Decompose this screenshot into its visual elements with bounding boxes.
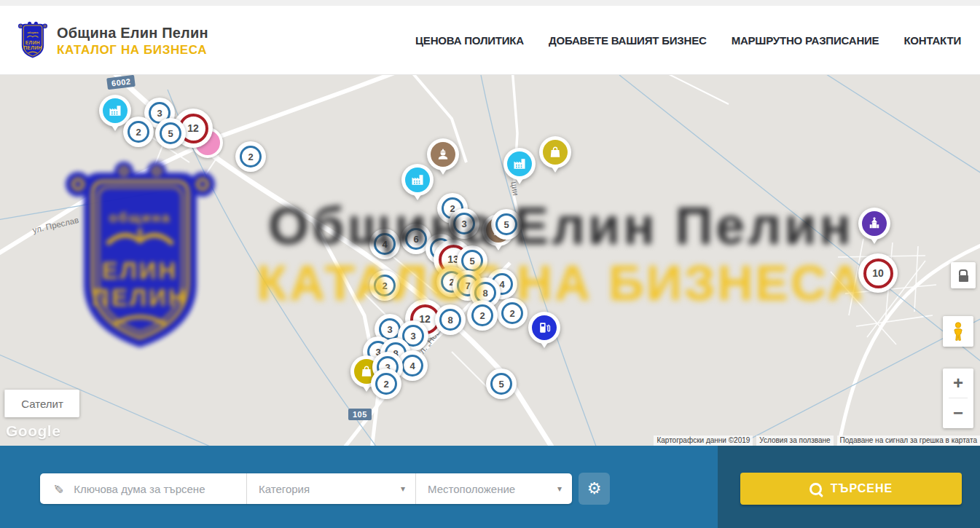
pencil-icon: ✎: [51, 484, 66, 494]
svg-text:община: община: [27, 31, 39, 34]
main-nav: ЦЕНОВА ПОЛИТИКА ДОБАВЕТЕ ВАШИЯТ БИЗНЕС М…: [415, 6, 961, 75]
location-select[interactable]: Местоположение ▾: [415, 473, 572, 504]
attribution-report-error-link[interactable]: Подаване на сигнал за грешка в картата: [837, 436, 980, 446]
site-title-block: Община Елин Пелин КАТАЛОГ НА БИЗНЕСА: [57, 25, 208, 58]
category-select[interactable]: Категория ▾: [246, 473, 415, 504]
search-bar: ✎ Категория ▾ Местоположение ▾ ⚙ ТЪРСЕНЕ: [0, 446, 980, 528]
map-type-control: Карта Сателит: [4, 390, 79, 417]
site-subtitle: КАТАЛОГ НА БИЗНЕСА: [57, 43, 208, 58]
map-cluster-marker[interactable]: 2: [467, 300, 498, 331]
zoom-in-button[interactable]: +: [943, 369, 973, 398]
map-cluster-marker[interactable]: 2: [497, 298, 528, 328]
svg-text:ЕЛИН: ЕЛИН: [26, 40, 40, 45]
street-view-pegman-button[interactable]: [943, 316, 973, 347]
nav-pricing-policy[interactable]: ЦЕНОВА ПОЛИТИКА: [415, 34, 524, 47]
fullscreen-lock-button[interactable]: [951, 262, 976, 288]
map-cluster-marker[interactable]: 8: [435, 304, 466, 335]
search-fields: ✎ Категория ▾ Местоположение ▾: [40, 473, 572, 504]
site-logo[interactable]: община ЕЛИН ПЕЛИН Община Елин Пелин КАТА…: [17, 20, 208, 61]
google-logo[interactable]: Google: [6, 422, 60, 440]
chevron-down-icon: ▾: [401, 484, 405, 494]
map-cluster-marker[interactable]: 2: [235, 141, 266, 172]
map-canvas[interactable]: ул. Преслав бул. „Новосел ции 6002 105 3…: [0, 75, 980, 446]
map-pin-factory-icon[interactable]: [503, 148, 536, 180]
lock-icon: [959, 269, 968, 275]
keyword-field: ✎: [40, 473, 246, 504]
map-type-satellite-button[interactable]: Сателит: [4, 390, 79, 417]
map-cluster-marker[interactable]: 5: [155, 118, 186, 149]
map-pin-fuel-icon[interactable]: [528, 312, 560, 344]
attribution-terms-link[interactable]: Условия за ползване: [756, 436, 833, 446]
gear-icon: ⚙: [587, 481, 602, 497]
map-attribution: Картографски данни ©2019 Условия за полз…: [654, 435, 980, 446]
map-markers-layer: 31225223564713510242782212833384325: [0, 75, 980, 446]
nav-route-schedule[interactable]: МАРШРУТНО РАЗПИСАНИЕ: [732, 34, 879, 47]
search-icon: [810, 483, 822, 495]
top-strip: [0, 0, 980, 6]
nav-add-your-business[interactable]: ДОБАВЕТЕ ВАШИЯТ БИЗНЕС: [549, 34, 707, 47]
map-cluster-marker[interactable]: 2: [123, 117, 154, 147]
advanced-settings-button[interactable]: ⚙: [579, 473, 610, 505]
chevron-down-icon: ▾: [557, 484, 562, 494]
header: община ЕЛИН ПЕЛИН Община Елин Пелин КАТА…: [0, 6, 980, 75]
keyword-input[interactable]: [72, 482, 228, 496]
map-cluster-marker[interactable]: 5: [486, 369, 517, 399]
search-button[interactable]: ТЪРСЕНЕ: [740, 473, 962, 505]
zoom-control: + −: [943, 369, 973, 428]
map-pin-factory-icon[interactable]: [401, 164, 434, 196]
map-cluster-marker[interactable]: 2: [371, 369, 401, 399]
map-cluster-marker[interactable]: 4: [369, 229, 400, 259]
map-cluster-marker[interactable]: 2: [369, 270, 400, 301]
map-cluster-marker[interactable]: 10: [858, 253, 898, 293]
map-cluster-marker[interactable]: 5: [491, 209, 522, 240]
nav-contacts[interactable]: КОНТАКТИ: [903, 34, 961, 47]
zoom-out-button[interactable]: −: [943, 398, 973, 427]
map-pin-church-icon[interactable]: [858, 208, 890, 240]
svg-text:ПЕЛИН: ПЕЛИН: [23, 45, 42, 50]
attribution-copyright: Картографски данни ©2019: [654, 436, 753, 446]
map-cluster-marker[interactable]: 3: [449, 208, 479, 239]
pegman-icon: [949, 321, 968, 342]
map-pin-bag-icon[interactable]: [539, 136, 571, 168]
site-title: Община Елин Пелин: [57, 25, 208, 42]
municipality-crest-icon: община ЕЛИН ПЕЛИН: [17, 20, 48, 61]
